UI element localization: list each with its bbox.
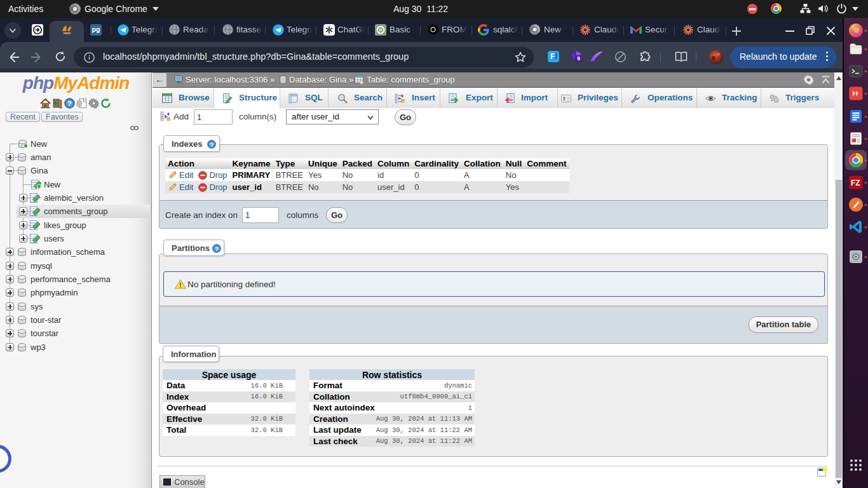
svg-text:?: ? — [210, 141, 214, 148]
svg-text:?: ? — [215, 245, 219, 252]
svg-text:?: ? — [67, 100, 72, 107]
svg-text:FZ: FZ — [851, 179, 860, 187]
